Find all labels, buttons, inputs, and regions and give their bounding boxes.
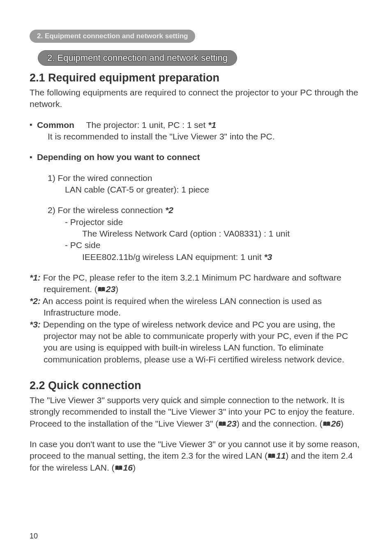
book-icon: [115, 465, 123, 471]
common-text: The projector: 1 unit, PC : 1 set: [86, 120, 208, 130]
note3-star: *3:: [30, 320, 41, 329]
section-2-2-title: 2.2 Quick connection: [30, 379, 362, 392]
section-2-2-para2: In case you don't want to use the "Live …: [30, 439, 362, 473]
common-star: *1: [208, 120, 216, 130]
bullet-icon: ■: [30, 122, 32, 127]
item1-body: LAN cable (CAT-5 or greater): 1 piece: [65, 184, 362, 195]
note1-star: *1:: [30, 273, 41, 282]
item1-header: 1) For the wired connection: [48, 172, 362, 184]
section-2-2-para1: The "Live Viewer 3" supports very quick …: [30, 395, 362, 429]
depending-label: Depending on how you want to connect: [37, 152, 200, 162]
chapter-title: 2. Equipment connection and network sett…: [38, 50, 237, 66]
item2-pc-body: IEEE802.11b/g wireless LAN equipment: 1 …: [82, 252, 264, 262]
wireless-block: 2) For the wireless connection *2 - Proj…: [30, 204, 362, 263]
item2-pc-side: - PC side: [65, 239, 362, 251]
note1-ref: 23: [106, 284, 115, 294]
note1-text-pre: For the PC, please refer to the item 3.2…: [41, 273, 341, 294]
common-label: Common: [37, 120, 74, 130]
book-icon: [267, 453, 276, 459]
note1-text-post: ): [115, 284, 118, 294]
depending-block: ■ Depending on how you want to connect: [30, 151, 362, 163]
page-number: 10: [30, 532, 362, 541]
item2-proj-body: The Wireless Network Card (option : VA08…: [82, 228, 362, 239]
common-block: ■ Common The projector: 1 unit, PC : 1 s…: [30, 119, 362, 143]
bullet-icon: ■: [30, 155, 32, 159]
item2-proj-side: - Projector side: [65, 216, 362, 228]
book-icon: [323, 421, 331, 427]
breadcrumb: 2. Equipment connection and network sett…: [30, 30, 195, 43]
book-icon: [218, 421, 226, 427]
item2-pc-body-star: *3: [264, 252, 272, 262]
item2-header-star: *2: [165, 205, 173, 215]
footnotes-block: *1: For the PC, please refer to the item…: [30, 272, 362, 365]
wired-block: 1) For the wired connection LAN cable (C…: [30, 172, 362, 196]
section-2-1-title: 2.1 Required equipment preparation: [30, 72, 362, 84]
book-icon: [97, 287, 106, 292]
section-2-1-intro: The following equipments are required to…: [30, 87, 362, 110]
note2-text: An access point is required when the wir…: [41, 296, 322, 317]
note2-star: *2:: [30, 296, 41, 306]
common-note: It is recommended to install the "Live V…: [48, 131, 362, 142]
item2-header: 2) For the wireless connection: [48, 205, 165, 215]
note3-text: Depending on the type of wireless networ…: [41, 320, 348, 364]
